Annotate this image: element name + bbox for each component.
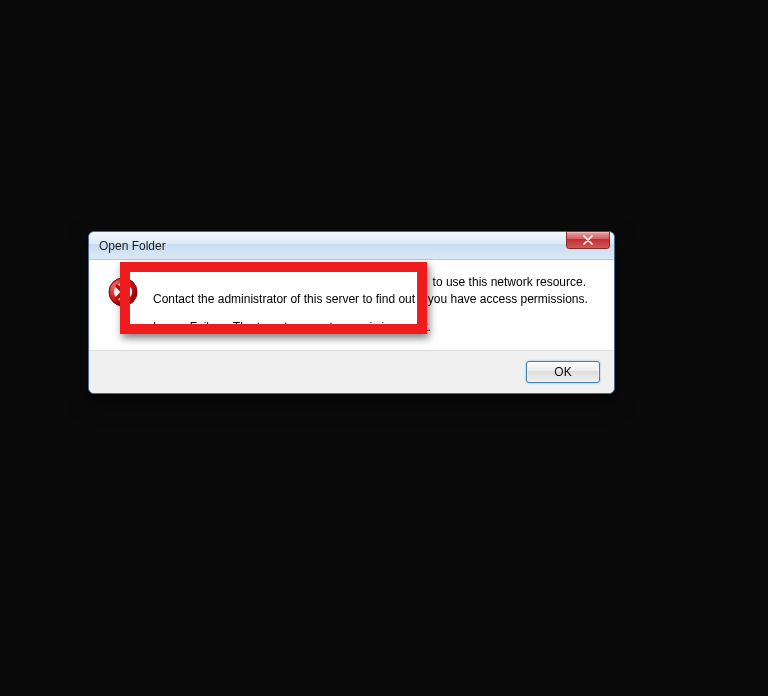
- message-line-1: to use this network resource.: [153, 274, 596, 291]
- dialog-body: to use this network resource. Contact th…: [89, 260, 614, 350]
- error-icon: [107, 276, 139, 308]
- dialog-message: to use this network resource. Contact th…: [153, 274, 596, 340]
- message-line-2: Contact the administrator of this server…: [153, 291, 596, 308]
- close-icon: [583, 235, 593, 245]
- dialog-titlebar[interactable]: Open Folder: [89, 232, 614, 260]
- dialog-title: Open Folder: [99, 239, 608, 253]
- ok-button[interactable]: OK: [526, 361, 600, 383]
- error-dialog: Open Folder to use this network resource…: [88, 231, 615, 394]
- close-button[interactable]: [566, 231, 610, 249]
- message-line-3: Logon Failure: The target account name i…: [153, 319, 596, 336]
- dialog-button-row: OK: [89, 350, 614, 393]
